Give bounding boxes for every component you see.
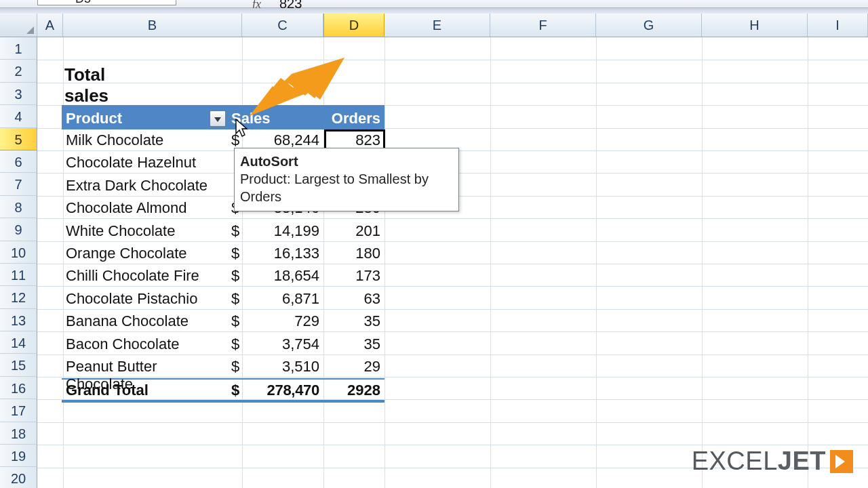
grand-total-sales: $278,470: [227, 380, 323, 400]
logo-word2: JET: [778, 447, 826, 475]
grand-total-row[interactable]: Grand Total $278,470 2928: [62, 378, 384, 403]
pivot-header: Product Sales Orders: [62, 105, 384, 129]
col-header-g[interactable]: G: [596, 14, 702, 37]
cell-orders: 35: [323, 333, 384, 356]
row-header-5[interactable]: 5: [0, 128, 37, 150]
cell-orders: 201: [323, 220, 384, 243]
filter-dropdown-icon[interactable]: [210, 110, 226, 127]
row-header-10[interactable]: 10: [0, 241, 37, 264]
logo-mark-icon: [830, 450, 853, 473]
col-header-c[interactable]: C: [242, 14, 323, 37]
row-header-18[interactable]: 18: [0, 422, 37, 445]
table-row[interactable]: White Chocolate $14,199 201: [62, 220, 384, 243]
name-box[interactable]: D5: [37, 0, 176, 5]
col-header-h[interactable]: H: [702, 14, 808, 37]
pivot-header-sales[interactable]: Sales: [227, 107, 323, 129]
table-row[interactable]: Chilli Chocolate Fire $18,654 173: [62, 265, 384, 287]
col-header-i[interactable]: I: [808, 14, 868, 37]
cell-orders: 63: [323, 288, 384, 310]
row-header-20[interactable]: 20: [0, 467, 37, 488]
cell-orders: 29: [323, 356, 384, 378]
cell-product: Bacon Chocolate: [62, 333, 227, 356]
cell-sales: $14,199: [227, 220, 323, 243]
col-header-a[interactable]: A: [37, 14, 63, 37]
row-header-7[interactable]: 7: [0, 173, 37, 195]
cell-product: White Chocolate: [62, 220, 227, 243]
row-header-12[interactable]: 12: [0, 286, 37, 308]
exceljet-logo: EXCELJET: [692, 447, 853, 476]
report-title: Total sales: [64, 64, 108, 106]
cell-sales: $3,754: [227, 333, 323, 356]
row-header-14[interactable]: 14: [0, 331, 37, 354]
cell-orders: 35: [323, 310, 384, 333]
tooltip-title: AutoSort: [240, 154, 298, 169]
select-all-corner[interactable]: [0, 14, 37, 37]
formula-bar: D5 fx 823: [0, 0, 868, 8]
row-header-6[interactable]: 6: [0, 150, 37, 173]
row-header-13[interactable]: 13: [0, 309, 37, 331]
autosort-tooltip: AutoSort Product: Largest to Smallest by…: [234, 148, 459, 211]
cell-product: Chilli Chocolate Fire: [62, 265, 227, 287]
grand-total-orders: 2928: [323, 380, 384, 400]
col-header-b[interactable]: B: [63, 14, 242, 37]
cell-orders: 180: [323, 243, 384, 265]
grand-total-label: Grand Total: [62, 380, 227, 400]
cell-product: Chocolate Pistachio: [62, 288, 227, 310]
cell-orders: 173: [323, 265, 384, 287]
cell-product: Chocolate Hazelnut: [62, 152, 227, 174]
table-row[interactable]: Bacon Chocolate $3,754 35: [62, 333, 384, 356]
row-header-col: 1 2 3 4 5 6 7 8 9 10 11 12 13 14 15 16 1…: [0, 37, 37, 488]
row-header-4[interactable]: 4: [0, 105, 37, 127]
row-header-9[interactable]: 9: [0, 218, 37, 241]
table-row[interactable]: Peanut Butter Chocolate $3,510 29: [62, 356, 384, 378]
row-header-11[interactable]: 11: [0, 264, 37, 286]
table-row[interactable]: Orange Chocolate $16,133 180: [62, 243, 384, 265]
table-row[interactable]: Chocolate Pistachio $6,871 63: [62, 288, 384, 310]
toolbar-separator: [0, 8, 868, 14]
row-header-15[interactable]: 15: [0, 354, 37, 376]
col-header-f[interactable]: F: [490, 14, 596, 37]
column-header-row: A B C D E F G H I: [0, 14, 868, 37]
cell-product: Extra Dark Chocolate: [62, 175, 227, 197]
row-header-8[interactable]: 8: [0, 196, 37, 218]
pivot-header-orders[interactable]: Orders: [323, 107, 384, 129]
col-header-d[interactable]: D: [323, 14, 384, 37]
cell-sales: $18,654: [227, 265, 323, 287]
row-header-1[interactable]: 1: [0, 37, 37, 60]
cell-product: Milk Chocolate: [62, 129, 227, 152]
col-header-e[interactable]: E: [384, 14, 490, 37]
row-header-19[interactable]: 19: [0, 445, 37, 467]
cell-sales: $729: [227, 310, 323, 333]
cell-sales: $6,871: [227, 288, 323, 310]
logo-word1: EXCEL: [692, 447, 778, 475]
cell-product: Peanut Butter Chocolate: [62, 356, 227, 378]
row-header-16[interactable]: 16: [0, 377, 37, 399]
cell-product: Orange Chocolate: [62, 243, 227, 265]
row-header-17[interactable]: 17: [0, 399, 37, 422]
cell-product: Banana Chocolate: [62, 310, 227, 333]
cell-sales: $16,133: [227, 243, 323, 265]
tooltip-body: Product: Largest to Smallest by Orders: [240, 171, 429, 204]
pivot-header-product-label: Product: [66, 110, 122, 127]
row-header-3[interactable]: 3: [0, 83, 37, 105]
table-row[interactable]: Banana Chocolate $729 35: [62, 310, 384, 333]
cell-product: Chocolate Almond: [62, 197, 227, 220]
pivot-header-product[interactable]: Product: [62, 107, 227, 129]
row-header-2[interactable]: 2: [0, 60, 37, 82]
cell-sales: $3,510: [227, 356, 323, 378]
